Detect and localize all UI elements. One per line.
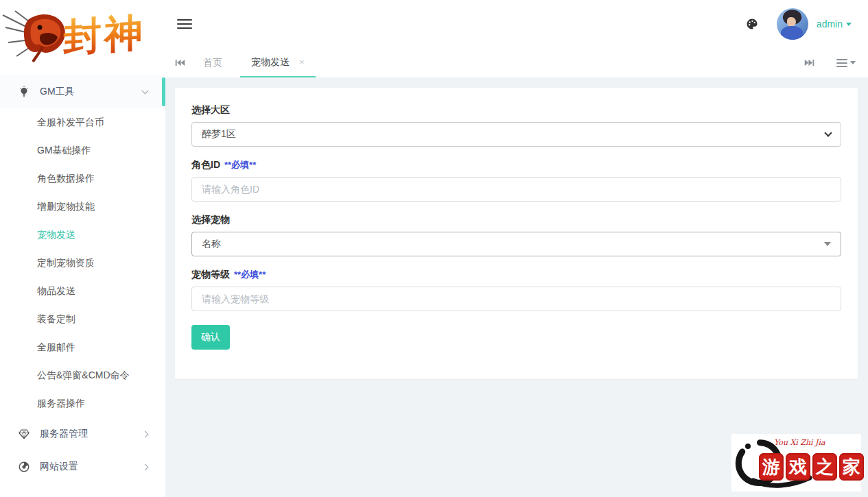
app-logo: 封神	[0, 0, 165, 75]
main-area: admin 首页 宠物发送 ×	[165, 0, 868, 497]
sidebar-section-server-manage[interactable]: 服务器管理	[0, 417, 165, 450]
pet-send-form-card: 选择大区 醉梦1区 角色ID **必填** 选择宠物 名	[175, 88, 858, 379]
tab-home[interactable]: 首页	[193, 48, 232, 77]
sidebar-item-equip-custom[interactable]: 装备定制	[0, 305, 165, 333]
list-icon	[836, 57, 847, 69]
sidebar-section-gm-tools[interactable]: GM工具	[0, 75, 165, 108]
select-value: 名称	[202, 238, 221, 250]
gm-tools-submenu: 全服补发平台币 GM基础操作 角色数据操作 增删宠物技能 宠物发送 定制宠物资质…	[0, 108, 165, 417]
sidebar: 封神 GM工具 全服补发平台币 GM基础操作 角色数据操作 增删宠物技能 宠物发…	[0, 0, 165, 497]
skip-backward-icon[interactable]	[175, 58, 185, 67]
chevron-down-icon	[142, 88, 149, 95]
tab-bar: 首页 宠物发送 ×	[165, 48, 868, 78]
sidebar-item-gm-basic[interactable]: GM基础操作	[0, 136, 165, 165]
content-area: 选择大区 醉梦1区 角色ID **必填** 选择宠物 名	[165, 78, 868, 497]
username-label: admin	[817, 19, 843, 29]
seal-char: 家	[839, 453, 864, 481]
chevron-right-icon	[142, 431, 149, 437]
sidebar-item-pet-send[interactable]: 宠物发送	[0, 221, 165, 249]
sidebar-item-item-send[interactable]: 物品发送	[0, 277, 165, 305]
required-badge: **必填**	[224, 159, 256, 171]
tab-pet-send[interactable]: 宠物发送 ×	[240, 48, 316, 77]
sidebar-item-server-ops[interactable]: 服务器操作	[0, 389, 165, 417]
top-header: admin	[165, 0, 868, 48]
server-region-select[interactable]: 醉梦1区	[191, 122, 841, 147]
diamond-icon	[18, 428, 30, 440]
role-id-input[interactable]	[191, 177, 841, 202]
pet-level-input[interactable]	[191, 287, 841, 311]
field-server-region: 选择大区 醉梦1区	[191, 104, 841, 147]
sidebar-section-site-settings[interactable]: 网站设置	[0, 450, 165, 483]
select-value: 醉梦1区	[202, 128, 236, 141]
lightbulb-icon	[18, 86, 30, 98]
tab-actions-menu[interactable]	[836, 57, 856, 69]
field-label: 选择宠物	[191, 214, 230, 226]
brand-title: 封神	[63, 7, 145, 65]
watermark-script-text: You Xi Zhi Jia	[774, 438, 825, 447]
watermark-logo: You Xi Zhi Jia 游 戏 之 家	[731, 434, 861, 492]
sidebar-item-announce-cmd[interactable]: 公告&弹窗&CMD命令	[0, 361, 165, 389]
tab-label: 首页	[203, 57, 222, 69]
tab-label: 宠物发送	[251, 56, 290, 69]
seal-char: 戏	[786, 453, 810, 481]
triangle-down-icon	[824, 242, 831, 246]
caret-down-icon	[846, 23, 852, 26]
sidebar-item-role-data[interactable]: 角色数据操作	[0, 165, 165, 193]
confirm-button[interactable]: 确认	[191, 325, 230, 350]
menu-toggle-icon[interactable]	[177, 16, 192, 32]
field-label: 角色ID	[191, 159, 220, 171]
sidebar-item-all-mail[interactable]: 全服邮件	[0, 333, 165, 361]
globe-icon	[18, 461, 30, 473]
field-pet-select: 选择宠物 名称	[191, 214, 841, 256]
close-icon[interactable]: ×	[299, 57, 305, 67]
sidebar-item-platform-coin[interactable]: 全服补发平台币	[0, 108, 165, 136]
pet-select[interactable]: 名称	[191, 232, 841, 256]
chevron-down-icon	[824, 129, 832, 136]
seal-char: 游	[759, 453, 784, 481]
user-dropdown[interactable]: admin	[817, 19, 852, 29]
skip-forward-icon[interactable]	[804, 58, 814, 67]
active-section-indicator	[162, 77, 165, 106]
caret-down-icon	[850, 61, 856, 64]
section-label: GM工具	[40, 86, 143, 98]
theme-palette-icon[interactable]	[745, 17, 759, 31]
sidebar-nav: GM工具 全服补发平台币 GM基础操作 角色数据操作 增删宠物技能 宠物发送 定…	[0, 75, 165, 483]
required-badge: **必填**	[234, 269, 266, 281]
section-label: 网站设置	[40, 461, 143, 473]
field-pet-level: 宠物等级 **必填**	[191, 269, 841, 311]
field-label: 选择大区	[191, 104, 230, 117]
sidebar-item-pet-quality[interactable]: 定制宠物资质	[0, 249, 165, 277]
seal-row: 游 戏 之 家	[759, 453, 864, 481]
chevron-right-icon	[142, 463, 149, 470]
field-role-id: 角色ID **必填**	[191, 159, 841, 202]
seal-char: 之	[812, 453, 837, 481]
sidebar-item-pet-skill[interactable]: 增删宠物技能	[0, 193, 165, 221]
section-label: 服务器管理	[40, 428, 143, 440]
field-label: 宠物等级	[191, 269, 230, 281]
user-avatar[interactable]	[777, 8, 808, 40]
